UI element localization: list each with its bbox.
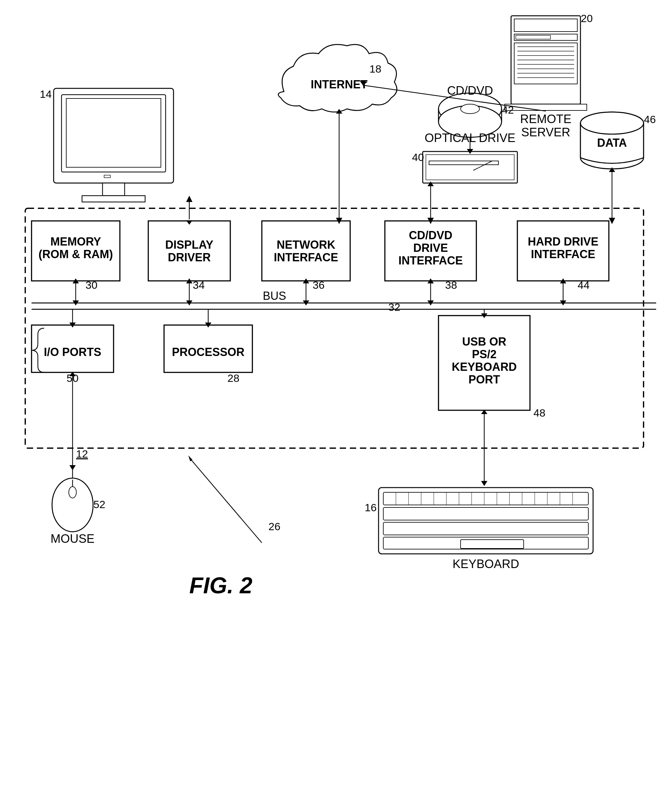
remote-server-label2: SERVER bbox=[521, 126, 570, 139]
system-ref: 12 bbox=[76, 448, 88, 460]
network-interface-ref: 36 bbox=[313, 279, 324, 291]
memory-ref: 30 bbox=[85, 279, 97, 291]
display-driver-ref: 34 bbox=[193, 279, 205, 291]
hard-drive-label: HARD DRIVE bbox=[528, 235, 598, 248]
svg-rect-17 bbox=[66, 98, 161, 167]
keyboard-ref: 16 bbox=[365, 502, 377, 513]
computer-system-ref: 26 bbox=[269, 520, 280, 532]
display-driver-label2: DRIVER bbox=[168, 251, 211, 264]
svg-point-35 bbox=[580, 112, 644, 134]
diagram: 20 REMOTE SERVER INTERNET 18 14 42 bbox=[0, 0, 665, 812]
data-label: DATA bbox=[597, 136, 627, 149]
bus-ref: 32 bbox=[388, 301, 400, 313]
usb-port-label4: PORT bbox=[468, 373, 500, 386]
svg-rect-115 bbox=[460, 540, 524, 548]
svg-rect-2 bbox=[514, 19, 577, 31]
network-interface-label: NETWORK bbox=[277, 238, 335, 251]
figure-caption: FIG. 2 bbox=[189, 573, 252, 598]
mouse-ref: 52 bbox=[93, 498, 105, 510]
cddvd-label: CD/DVD bbox=[447, 84, 493, 97]
display-driver-label: DISPLAY bbox=[165, 238, 214, 251]
keyboard-label: KEYBOARD bbox=[452, 557, 519, 571]
processor-label: PROCESSOR bbox=[172, 346, 244, 359]
io-ports-label: I/O PORTS bbox=[44, 346, 101, 359]
svg-rect-18 bbox=[103, 183, 124, 196]
memory-label2: (ROM & RAM) bbox=[38, 248, 113, 261]
svg-rect-20 bbox=[104, 175, 110, 178]
hard-drive-label2: INTERFACE bbox=[531, 248, 595, 261]
data-ref: 46 bbox=[644, 113, 656, 125]
cddvd-interface-label: CD/DVD bbox=[409, 229, 452, 242]
usb-port-label3: KEYBOARD bbox=[452, 360, 517, 373]
monitor-ref: 14 bbox=[40, 88, 52, 100]
usb-port-ref: 48 bbox=[534, 407, 545, 419]
network-interface-label2: INTERFACE bbox=[274, 251, 338, 264]
svg-point-25 bbox=[460, 104, 480, 113]
cddvd-interface-ref: 38 bbox=[445, 279, 457, 291]
memory-label: MEMORY bbox=[51, 235, 101, 248]
remote-server-ref: 20 bbox=[581, 12, 593, 24]
hard-drive-ref: 44 bbox=[578, 279, 590, 291]
internet-label: INTERNET bbox=[311, 78, 367, 91]
bus-label: BUS bbox=[263, 289, 286, 302]
mouse-label: MOUSE bbox=[51, 532, 94, 545]
optical-drive-ref: 40 bbox=[412, 151, 424, 163]
svg-rect-27 bbox=[426, 155, 514, 180]
processor-ref: 28 bbox=[228, 372, 239, 384]
cddvd-interface-label3: INTERFACE bbox=[398, 254, 463, 267]
svg-rect-19 bbox=[82, 196, 145, 202]
usb-port-label2: PS/2 bbox=[472, 348, 496, 361]
cddvd-interface-label2: DRIVE bbox=[413, 241, 448, 254]
remote-server-label: REMOTE bbox=[520, 112, 572, 126]
usb-port-label: USB OR bbox=[462, 335, 506, 348]
svg-point-94 bbox=[69, 487, 76, 498]
internet-ref: 18 bbox=[369, 63, 382, 75]
